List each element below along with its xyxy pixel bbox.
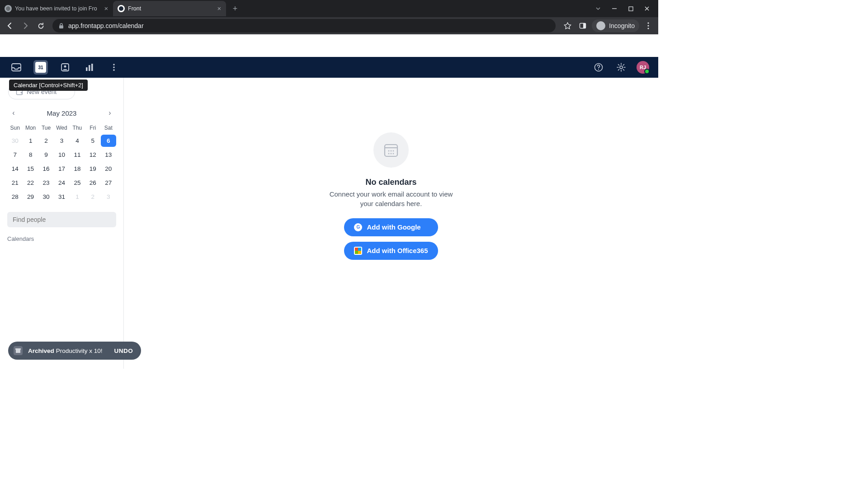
svg-rect-3 xyxy=(59,25,63,28)
dow-label: Tue xyxy=(38,123,54,133)
calendar-day[interactable]: 15 xyxy=(23,163,38,175)
window-controls xyxy=(595,5,658,12)
calendar-day[interactable]: 27 xyxy=(101,177,116,189)
calendar-day[interactable]: 12 xyxy=(85,149,100,161)
new-tab-button[interactable]: + xyxy=(229,2,241,15)
calendar-day[interactable]: 26 xyxy=(85,177,100,189)
back-button[interactable] xyxy=(4,19,16,32)
calendar-day[interactable]: 1 xyxy=(70,191,85,203)
prev-month-button[interactable]: ‹ xyxy=(9,108,18,117)
front-favicon-icon xyxy=(118,5,125,12)
browser-toolbar: app.frontapp.com/calendar Incognito xyxy=(0,17,658,34)
calendar-day[interactable]: 31 xyxy=(54,191,69,203)
calendar-day[interactable]: 23 xyxy=(38,177,54,189)
svg-point-28 xyxy=(393,153,394,155)
maximize-icon[interactable] xyxy=(627,5,634,12)
add-office365-button[interactable]: Add with Office365 xyxy=(344,242,438,260)
calendar-empty-icon xyxy=(373,132,409,168)
calendar-day[interactable]: 3 xyxy=(54,135,69,147)
close-icon[interactable]: × xyxy=(217,6,222,11)
address-bar[interactable]: app.frontapp.com/calendar xyxy=(52,19,556,33)
browser-tab-strip: You have been invited to join Fro × Fron… xyxy=(0,0,658,17)
calendar-day[interactable]: 2 xyxy=(85,191,100,203)
svg-point-25 xyxy=(393,150,394,152)
svg-point-17 xyxy=(113,69,115,71)
next-month-button[interactable]: › xyxy=(105,108,114,117)
svg-point-24 xyxy=(391,150,392,152)
svg-rect-30 xyxy=(16,350,20,353)
close-icon[interactable]: × xyxy=(104,6,108,11)
svg-point-16 xyxy=(113,66,115,68)
calendar-day[interactable]: 22 xyxy=(23,177,38,189)
svg-point-6 xyxy=(647,22,649,23)
reload-button[interactable] xyxy=(34,19,47,32)
archived-toast: ArchivedProductivity x 10! UNDO xyxy=(8,342,141,360)
calendar-day[interactable]: 3 xyxy=(101,191,116,203)
svg-point-11 xyxy=(64,66,66,68)
calendar-day[interactable]: 18 xyxy=(70,163,85,175)
app-topbar: 31 RJ xyxy=(0,57,658,78)
svg-rect-2 xyxy=(629,7,633,11)
empty-description: Connect your work email account to view … xyxy=(328,190,454,208)
add-google-label: Add with Google xyxy=(367,223,420,231)
calendar-day[interactable]: 24 xyxy=(54,177,69,189)
calendar-day[interactable]: 30 xyxy=(38,191,54,203)
calendar-day[interactable]: 13 xyxy=(101,149,116,161)
calendar-day[interactable]: 7 xyxy=(7,149,23,161)
gear-icon[interactable] xyxy=(614,60,628,75)
calendar-day[interactable]: 1 xyxy=(23,135,38,147)
calendar-day[interactable]: 6 xyxy=(101,135,116,147)
close-window-icon[interactable] xyxy=(644,5,650,12)
contacts-nav-icon[interactable] xyxy=(58,60,72,75)
calendar-day[interactable]: 2 xyxy=(38,135,54,147)
office365-icon xyxy=(354,247,362,255)
calendar-day[interactable]: 9 xyxy=(38,149,54,161)
calendar-day[interactable]: 19 xyxy=(85,163,100,175)
calendar-day[interactable]: 17 xyxy=(54,163,69,175)
calendar-day[interactable]: 11 xyxy=(70,149,85,161)
calendar-day[interactable]: 30 xyxy=(7,135,23,147)
content-gap xyxy=(0,34,658,57)
forward-button[interactable] xyxy=(19,19,32,32)
svg-point-19 xyxy=(598,69,599,70)
calendar-day[interactable]: 25 xyxy=(70,177,85,189)
calendar-day[interactable]: 29 xyxy=(23,191,38,203)
add-google-button[interactable]: G Add with Google xyxy=(344,218,438,236)
calendar-day[interactable]: 21 xyxy=(7,177,23,189)
empty-title: No calendars xyxy=(365,178,416,187)
calendar-day[interactable]: 5 xyxy=(85,135,100,147)
panel-icon[interactable] xyxy=(576,19,589,32)
calendar-day[interactable]: 8 xyxy=(23,149,38,161)
workspace: New event ‹ May 2023 › SunMonTueWedThuFr… xyxy=(0,78,658,369)
svg-point-8 xyxy=(647,28,649,29)
analytics-nav-icon[interactable] xyxy=(82,60,97,75)
calendar-day[interactable]: 14 xyxy=(7,163,23,175)
dow-label: Mon xyxy=(23,123,38,133)
undo-button[interactable]: UNDO xyxy=(114,347,133,354)
calendar-day[interactable]: 16 xyxy=(38,163,54,175)
lock-icon xyxy=(59,23,64,29)
incognito-indicator[interactable]: Incognito xyxy=(592,19,639,32)
svg-point-1 xyxy=(119,6,123,11)
svg-point-23 xyxy=(388,150,390,152)
help-icon[interactable] xyxy=(591,60,606,75)
tab-title: Front xyxy=(128,5,214,12)
svg-rect-14 xyxy=(91,64,93,71)
bookmark-icon[interactable] xyxy=(561,19,574,32)
calendar-day[interactable]: 20 xyxy=(101,163,116,175)
calendar-nav-icon[interactable]: 31 xyxy=(33,60,48,75)
browser-tab[interactable]: You have been invited to join Fro × xyxy=(0,1,113,16)
calendar-day[interactable]: 4 xyxy=(70,135,85,147)
inbox-nav-icon[interactable] xyxy=(9,60,24,75)
calendar-day[interactable]: 28 xyxy=(7,191,23,203)
browser-tab[interactable]: Front × xyxy=(113,1,226,16)
calendar-day[interactable]: 10 xyxy=(54,149,69,161)
tooltip: Calendar [Control+Shift+2] xyxy=(9,80,88,91)
calendars-section-label: Calendars xyxy=(7,235,116,242)
kebab-menu-icon[interactable] xyxy=(642,19,655,32)
chevron-down-icon[interactable] xyxy=(595,5,601,12)
avatar[interactable]: RJ xyxy=(637,61,649,74)
minimize-icon[interactable] xyxy=(611,5,618,12)
more-nav-icon[interactable] xyxy=(107,60,121,75)
find-people-input[interactable] xyxy=(7,212,116,227)
